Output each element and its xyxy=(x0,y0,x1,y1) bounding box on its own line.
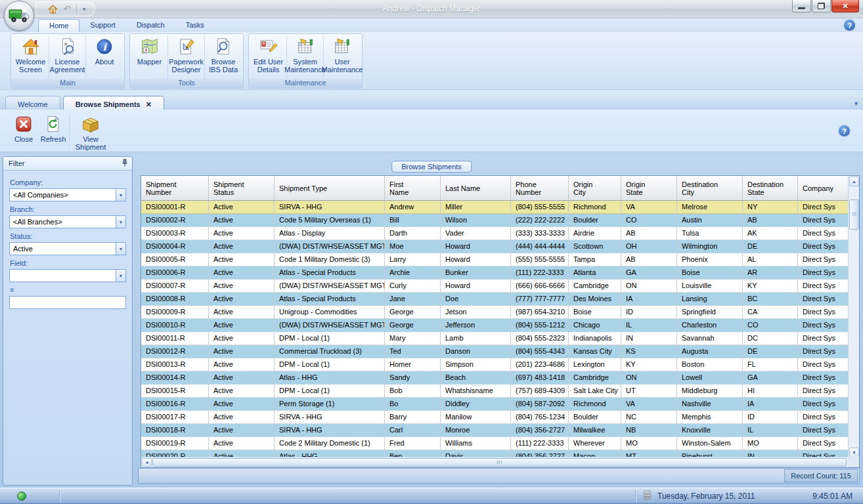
refresh-button[interactable]: Refresh xyxy=(38,113,68,150)
column-header[interactable]: Destination State xyxy=(743,176,798,200)
column-header[interactable]: Origin City xyxy=(569,176,621,200)
horizontal-scrollbar[interactable]: ◄ xyxy=(141,457,849,467)
table-cell: AK xyxy=(743,227,798,240)
tab-welcome[interactable]: Welcome xyxy=(5,96,60,110)
table-row[interactable]: DSI00001-RActiveSIRVA - HHGAndrewMiller(… xyxy=(141,201,849,214)
filter-panel: Filter Company: <All Companies> ▼ xyxy=(3,156,133,486)
branch-select[interactable]: <All Branches> ▼ xyxy=(9,215,126,228)
view-shipment-button[interactable]: View Shipment xyxy=(73,113,108,150)
table-row[interactable]: DSI00012-RActiveCommercial Truckload (3)… xyxy=(141,345,849,358)
ribbon-tab-support[interactable]: Support xyxy=(79,19,126,32)
table-cell: Kansas City xyxy=(569,345,621,358)
system-maintenance-button[interactable]: System Maintenance xyxy=(287,35,324,79)
column-header[interactable]: Origin State xyxy=(621,176,677,200)
column-header[interactable]: First Name xyxy=(385,176,441,200)
column-header[interactable]: Company xyxy=(798,176,849,200)
close-icon: ✕ xyxy=(842,2,848,10)
table-cell: NB xyxy=(621,424,677,436)
table-cell: Augusta xyxy=(677,345,743,358)
user-maintenance-button[interactable]: User Maintenance xyxy=(324,35,361,79)
table-row[interactable]: DSI00002-RActiveCode 5 Military Overseas… xyxy=(141,214,849,227)
vertical-scrollbar[interactable]: ▲ ▼ xyxy=(848,176,859,458)
scroll-up-icon[interactable]: ▲ xyxy=(849,177,859,186)
close-button[interactable]: Close xyxy=(11,113,37,150)
company-select[interactable]: <All Companies> ▼ xyxy=(9,188,126,201)
tab-browse-shipments[interactable]: Browse Shipments ✕ xyxy=(63,96,164,110)
scroll-down-icon[interactable]: ▼ xyxy=(849,448,859,457)
table-row[interactable]: DSI00004-RActive(DWA) DIST/WHSE/ASSET MG… xyxy=(141,240,849,253)
application-menu-button[interactable] xyxy=(4,1,34,31)
close-tab-icon[interactable]: ✕ xyxy=(146,100,152,109)
table-cell: (804) 765-1234 xyxy=(511,411,569,423)
combo-arrow-icon[interactable]: ▼ xyxy=(116,243,125,255)
search-document-icon xyxy=(213,36,234,57)
truck-icon xyxy=(9,8,30,24)
pin-icon[interactable] xyxy=(122,159,128,168)
filter-value-input[interactable] xyxy=(9,296,126,309)
minimize-button[interactable] xyxy=(792,0,811,12)
vertical-scrollbar-thumb[interactable] xyxy=(849,200,859,230)
table-row[interactable]: DSI00010-RActive(DWA) DIST/WHSE/ASSET MG… xyxy=(141,319,849,332)
horizontal-scrollbar-thumb[interactable] xyxy=(152,458,847,467)
status-date-panel: Tuesday, February 15, 2011 xyxy=(636,490,805,502)
table-row[interactable]: DSI00008-RActiveAtlas - Special Products… xyxy=(141,293,849,306)
table-cell: MO xyxy=(621,437,677,450)
table-cell: Active xyxy=(209,437,275,450)
table-row[interactable]: DSI00014-RActiveAtlas - HHGSandyBeach(69… xyxy=(141,371,849,385)
table-row[interactable]: DSI00018-RActiveSIRVA - HHGCarlMonroe(80… xyxy=(141,424,849,437)
column-header[interactable]: Shipment Status xyxy=(209,176,275,200)
table-cell: SIRVA - HHG xyxy=(275,201,385,213)
column-header[interactable]: Last Name xyxy=(441,176,511,200)
table-row[interactable]: DSI00019-RActiveCode 2 Military Domestic… xyxy=(141,437,849,450)
ribbon-tab-dispatch[interactable]: Dispatch xyxy=(126,19,175,32)
license-agreement-button[interactable]: License Agreement xyxy=(49,35,86,79)
status-select[interactable]: Active ▼ xyxy=(9,242,126,255)
table-cell: Ted xyxy=(385,345,441,358)
toolbar-separator xyxy=(70,115,70,148)
table-row[interactable]: DSI00015-RActiveDPM - Local (1)BobWhatsh… xyxy=(141,385,849,398)
help-icon[interactable]: ? xyxy=(844,20,855,31)
ribbon-tab-tasks[interactable]: Tasks xyxy=(175,19,215,32)
tab-list-chevron-icon[interactable]: ▾ xyxy=(854,100,858,107)
mapper-button[interactable]: Mapper xyxy=(131,35,168,79)
welcome-screen-button[interactable]: Welcome Screen xyxy=(12,35,49,79)
grid-status-strip: Record Count: 115 xyxy=(138,468,860,484)
edit-user-details-button[interactable]: Edit User Details xyxy=(250,35,287,79)
paperwork-designer-button[interactable]: Paperwork Designer xyxy=(168,35,205,79)
column-header[interactable]: Shipment Type xyxy=(275,176,385,200)
table-cell: Direct Sys xyxy=(798,280,849,292)
restore-button[interactable] xyxy=(812,0,831,12)
field-select[interactable]: ▼ xyxy=(9,269,126,282)
table-cell: Jefferson xyxy=(441,319,511,331)
scroll-left-icon[interactable]: ◄ xyxy=(142,458,152,467)
table-row[interactable]: DSI00003-RActiveAtlas - DisplayDarthVade… xyxy=(141,227,849,240)
combo-arrow-icon[interactable]: ▼ xyxy=(116,216,125,228)
table-hand-icon xyxy=(295,36,316,57)
combo-arrow-icon[interactable]: ▼ xyxy=(116,189,125,201)
filter-fields: Company: <All Companies> ▼ Branch: <All … xyxy=(3,171,132,318)
table-cell: Active xyxy=(209,240,275,253)
table-row[interactable]: DSI00016-RActivePerm Storage (1)BoDiddle… xyxy=(141,398,849,411)
table-cell: (666) 666-6666 xyxy=(511,280,569,292)
table-row[interactable]: DSI00013-RActiveDPM - Local (1)HomerSimp… xyxy=(141,358,849,371)
table-row[interactable]: DSI00007-RActive(DWA) DIST/WHSE/ASSET MG… xyxy=(141,280,849,293)
grid-panel-tab[interactable]: Browse Shipments xyxy=(391,161,472,173)
ribbon-tab-home[interactable]: Home xyxy=(38,19,79,32)
application-window: ↶ ▾ Andrew - Dispatch Manager ✕ Home Sup… xyxy=(0,0,863,504)
column-header[interactable]: Shipment Number xyxy=(141,176,209,200)
table-row[interactable]: DSI00005-RActiveCode 1 Military Domestic… xyxy=(141,253,849,266)
table-cell: Howard xyxy=(441,253,511,266)
table-row[interactable]: DSI00011-RActiveDPM - Local (1)MaryLamb(… xyxy=(141,332,849,345)
table-cell: Larry xyxy=(385,253,441,266)
table-row[interactable]: DSI00017-RActiveSIRVA - HHGBarryManilow(… xyxy=(141,411,849,424)
help-icon[interactable]: ? xyxy=(839,125,850,136)
table-row[interactable]: DSI00009-RActiveUnigroup - CommoditiesGe… xyxy=(141,306,849,319)
table-row[interactable]: DSI00006-RActiveAtlas - Special Products… xyxy=(141,266,849,280)
close-window-button[interactable]: ✕ xyxy=(831,0,859,12)
combo-arrow-icon[interactable]: ▼ xyxy=(116,270,125,282)
about-button[interactable]: i About xyxy=(86,35,123,79)
table-cell: Bill xyxy=(385,214,441,226)
column-header[interactable]: Phone Number xyxy=(511,176,569,200)
browse-ibs-data-button[interactable]: Browse IBS Data xyxy=(205,35,242,79)
column-header[interactable]: Destination City xyxy=(677,176,743,200)
